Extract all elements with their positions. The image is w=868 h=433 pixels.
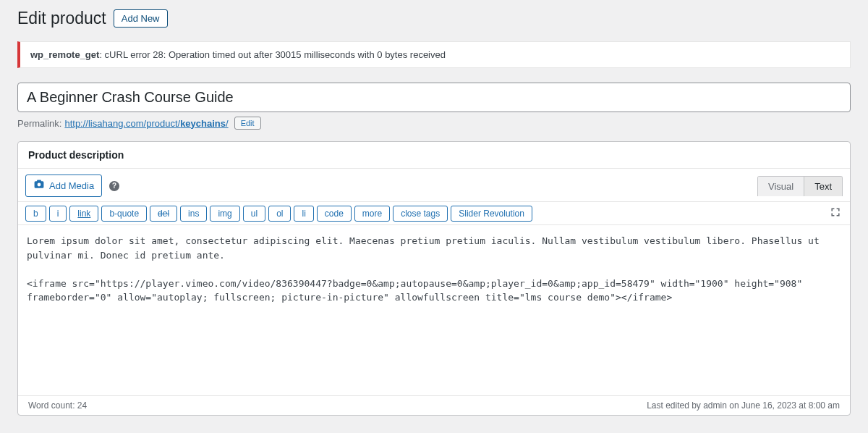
fullscreen-icon[interactable] <box>828 205 843 222</box>
add-media-label: Add Media <box>49 180 94 191</box>
qt-bold[interactable]: b <box>25 206 46 222</box>
tab-text[interactable]: Text <box>804 177 842 196</box>
help-icon[interactable]: ? <box>109 181 119 191</box>
qt-li[interactable]: li <box>294 206 313 222</box>
quicktags-toolbar: b i link b-quote del ins img ul ol li co… <box>25 206 532 222</box>
box-title: Product description <box>18 142 850 169</box>
page-title: Edit product <box>17 9 106 28</box>
error-notice: wp_remote_get: cURL error 28: Operation … <box>17 41 851 68</box>
permalink-row: Permalink: http://lisahang.com/product/k… <box>17 117 851 130</box>
word-count: Word count: 24 <box>28 400 87 411</box>
qt-img[interactable]: img <box>210 206 239 222</box>
editor-tabs: Visual Text <box>757 176 843 196</box>
add-media-button[interactable]: Add Media <box>25 175 102 197</box>
qt-ins[interactable]: ins <box>180 206 207 222</box>
product-description-box: Product description Add Media ? Visual T… <box>17 141 851 416</box>
tab-visual[interactable]: Visual <box>758 177 804 196</box>
qt-bquote[interactable]: b-quote <box>101 206 147 222</box>
permalink-label: Permalink: <box>17 118 61 129</box>
product-title-input[interactable] <box>17 83 851 112</box>
edit-slug-button[interactable]: Edit <box>234 117 261 130</box>
qt-italic[interactable]: i <box>49 206 67 222</box>
qt-more[interactable]: more <box>354 206 390 222</box>
qt-del[interactable]: del <box>150 206 177 222</box>
camera-icon <box>33 179 45 193</box>
notice-key: wp_remote_get <box>30 49 99 60</box>
qt-ul[interactable]: ul <box>243 206 265 222</box>
add-new-button[interactable]: Add New <box>114 9 168 28</box>
qt-close[interactable]: close tags <box>393 206 448 222</box>
permalink-link[interactable]: http://lisahang.com/product/keychains/ <box>64 118 228 129</box>
qt-code[interactable]: code <box>317 206 352 222</box>
status-bar: Word count: 24 Last edited by admin on J… <box>18 395 850 415</box>
qt-link[interactable]: link <box>69 206 98 222</box>
notice-text: : cURL error 28: Operation timed out aft… <box>99 49 446 60</box>
qt-ol[interactable]: ol <box>268 206 291 222</box>
content-textarea[interactable] <box>18 225 850 393</box>
last-edited: Last edited by admin on June 16, 2023 at… <box>647 400 840 411</box>
qt-slider[interactable]: Slider Revolution <box>451 206 532 222</box>
page-header: Edit product Add New <box>17 0 851 41</box>
